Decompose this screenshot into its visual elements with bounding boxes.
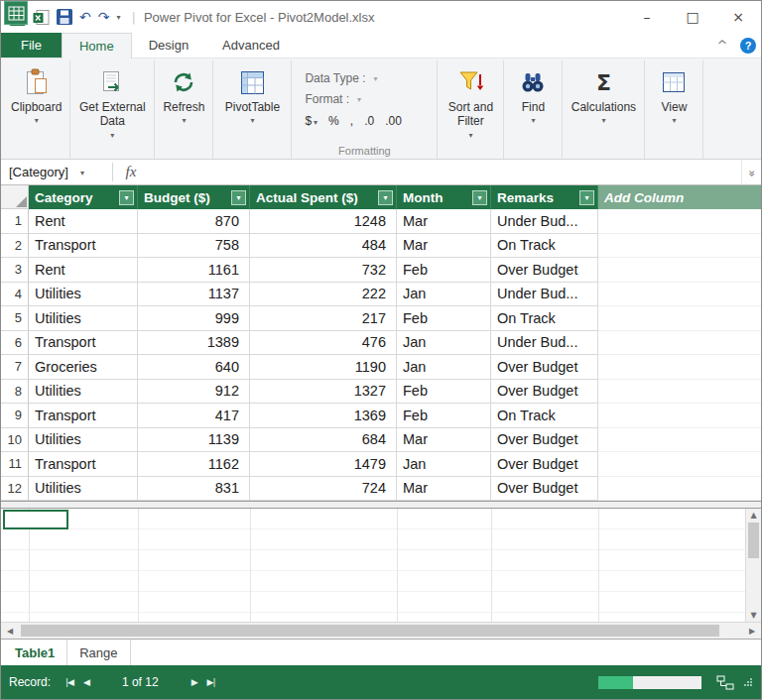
vertical-scrollbar[interactable]: ▲ ▼ [745, 509, 761, 622]
cell-category[interactable]: Transport [29, 331, 138, 356]
cell-month[interactable]: Mar [397, 209, 491, 234]
cell-actual-spent[interactable]: 684 [250, 428, 397, 453]
row-number[interactable]: 7 [1, 355, 29, 380]
cell-remarks[interactable]: Under Bud... [491, 283, 598, 307]
filter-dropdown-button[interactable]: ▾ [579, 190, 594, 205]
excel-workbook-icon[interactable] [33, 9, 50, 26]
cell-remarks[interactable]: Over Budget [491, 355, 598, 380]
calculation-area[interactable]: ▲ ▼ [1, 509, 761, 622]
cell-budget[interactable]: 417 [138, 404, 250, 428]
cell-budget[interactable]: 758 [138, 234, 250, 259]
currency-format-button[interactable]: $ ▾ [305, 114, 318, 128]
cell-category[interactable]: Rent [29, 258, 138, 283]
tab-design[interactable]: Design [132, 33, 205, 58]
sheet-tab-range[interactable]: Range [67, 640, 130, 665]
data-type-dropdown[interactable]: Data Type : ▾ [305, 67, 424, 88]
cell-add-column[interactable] [598, 234, 761, 259]
sheet-tab-table1[interactable]: Table1 [3, 640, 67, 665]
save-icon[interactable] [57, 9, 72, 25]
cell-budget[interactable]: 1137 [138, 283, 250, 307]
cell-month[interactable]: Mar [397, 428, 491, 453]
get-external-data-button[interactable]: Get External Data ▾ [73, 62, 151, 142]
format-dropdown[interactable]: Format : ▾ [305, 88, 424, 109]
cell-add-column[interactable] [598, 209, 761, 234]
cell-add-column[interactable] [598, 355, 761, 380]
cell-budget[interactable]: 640 [138, 355, 250, 380]
cell-remarks[interactable]: Under Bud... [491, 209, 598, 234]
cell-actual-spent[interactable]: 484 [250, 234, 397, 259]
column-header-actual-spent[interactable]: Actual Spent ($)▾ [250, 185, 397, 209]
column-header-remarks[interactable]: Remarks▾ [491, 185, 598, 209]
sort-and-filter-button[interactable]: Sort and Filter ▾ [441, 62, 500, 142]
cell-actual-spent[interactable]: 1190 [250, 355, 397, 380]
cell-month[interactable]: Mar [397, 477, 491, 502]
row-number[interactable]: 10 [1, 428, 29, 453]
help-button[interactable]: ? [735, 33, 761, 58]
customize-qat-icon[interactable]: ▾ [116, 13, 120, 22]
cell-category[interactable]: Utilities [29, 477, 138, 502]
cell-remarks[interactable]: Under Bud... [491, 331, 598, 356]
refresh-button[interactable]: Refresh ▾ [158, 62, 209, 127]
filter-dropdown-button[interactable]: ▾ [231, 190, 246, 205]
find-button[interactable]: Find ▾ [507, 62, 559, 127]
column-header-month[interactable]: Month▾ [397, 185, 491, 209]
scroll-up-icon[interactable]: ▲ [750, 511, 756, 520]
horizontal-scroll-thumb[interactable] [21, 625, 719, 637]
cell-add-column[interactable] [598, 380, 761, 405]
expand-formula-bar-button[interactable]: » [741, 160, 761, 184]
column-header-add-column[interactable]: Add Column [598, 185, 761, 209]
cell-add-column[interactable] [598, 477, 761, 502]
row-number[interactable]: 4 [1, 283, 29, 307]
cell-actual-spent[interactable]: 724 [250, 477, 397, 502]
cell-budget[interactable]: 1389 [138, 331, 250, 356]
tab-file[interactable]: File [1, 33, 62, 58]
row-number[interactable]: 6 [1, 331, 29, 356]
select-all-corner[interactable] [1, 185, 29, 209]
vertical-scroll-track[interactable] [746, 520, 761, 611]
cell-category[interactable]: Rent [29, 209, 138, 234]
scroll-down-icon[interactable]: ▼ [750, 611, 756, 620]
row-number[interactable]: 8 [1, 380, 29, 405]
vertical-scroll-thumb[interactable] [748, 523, 759, 558]
percent-format-button[interactable]: % [328, 114, 339, 128]
cell-remarks[interactable]: Over Budget [491, 477, 598, 502]
cell-month[interactable]: Jan [397, 452, 491, 477]
clipboard-button[interactable]: Clipboard ▾ [6, 62, 66, 127]
name-box-caret-icon[interactable]: ▾ [80, 169, 84, 177]
cell-month[interactable]: Feb [397, 306, 491, 331]
cell-add-column[interactable] [598, 428, 761, 453]
cell-budget[interactable]: 870 [138, 209, 250, 234]
cell-category[interactable]: Utilities [29, 283, 138, 307]
row-number[interactable]: 9 [1, 404, 29, 428]
cell-remarks[interactable]: Over Budget [491, 452, 598, 477]
cell-category[interactable]: Transport [29, 452, 138, 477]
horizontal-scroll-track[interactable] [19, 623, 743, 639]
cell-category[interactable]: Utilities [29, 428, 138, 453]
cell-month[interactable]: Feb [397, 258, 491, 283]
filter-dropdown-button[interactable]: ▾ [378, 190, 393, 205]
cell-budget[interactable]: 1162 [138, 452, 250, 477]
filter-dropdown-button[interactable]: ▾ [119, 190, 134, 205]
thousands-separator-button[interactable]: , [350, 114, 353, 128]
cell-remarks[interactable]: On Track [491, 404, 598, 428]
next-record-button[interactable]: ▶ [191, 677, 197, 687]
undo-icon[interactable]: ↶ [79, 9, 91, 25]
view-button[interactable]: View ▾ [648, 62, 699, 127]
cell-budget[interactable]: 831 [138, 477, 250, 502]
cell-add-column[interactable] [598, 258, 761, 283]
cell-month[interactable]: Jan [397, 283, 491, 307]
row-number[interactable]: 1 [1, 209, 29, 234]
cell-category[interactable]: Utilities [29, 380, 138, 405]
cell-budget[interactable]: 1161 [138, 258, 250, 283]
cell-month[interactable]: Jan [397, 355, 491, 380]
diagram-view-button[interactable] [713, 670, 737, 694]
tab-advanced[interactable]: Advanced [205, 33, 297, 58]
cell-remarks[interactable]: Over Budget [491, 428, 598, 453]
cell-remarks[interactable]: Over Budget [491, 380, 598, 405]
redo-icon[interactable]: ↷ [98, 9, 110, 25]
cell-remarks[interactable]: Over Budget [491, 258, 598, 283]
cell-budget[interactable]: 912 [138, 380, 250, 405]
cell-add-column[interactable] [598, 452, 761, 477]
column-header-category[interactable]: Category▾ [29, 185, 138, 209]
minimize-button[interactable]: – [624, 1, 670, 33]
